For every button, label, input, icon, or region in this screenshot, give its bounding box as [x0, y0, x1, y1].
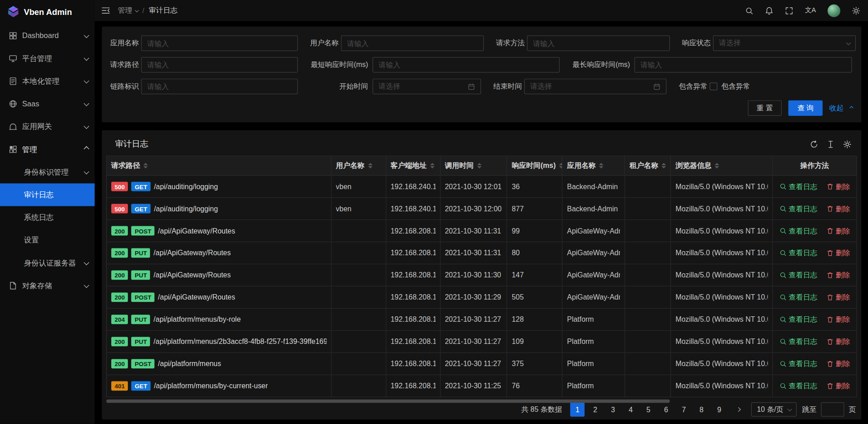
trash-icon	[826, 272, 834, 279]
column-settings-gear-icon[interactable]	[843, 140, 851, 148]
delete-button[interactable]: 删除	[826, 381, 850, 391]
avatar[interactable]	[828, 4, 840, 17]
topbar-actions: 文A	[745, 4, 860, 17]
delete-button[interactable]: 删除	[826, 181, 850, 191]
filter-date-start_time[interactable]: 请选择	[373, 79, 481, 94]
filter-select-http_status[interactable]: 请选择	[713, 35, 856, 51]
filter-date-end_time[interactable]: 请选择	[524, 79, 667, 94]
sidebar-item-settings[interactable]: 设置	[0, 229, 94, 252]
view-log-button[interactable]: 查看日志	[779, 292, 817, 302]
refresh-icon[interactable]	[810, 140, 818, 148]
sidebar-item-platform[interactable]: 平台管理	[0, 47, 94, 70]
column-header-3[interactable]: 客户端地址	[386, 156, 440, 176]
table-row: 500GET/api/auditing/loggingvben192.168.2…	[107, 198, 857, 220]
filter-input-http_method[interactable]	[527, 35, 670, 51]
table-row: 200POST/api/ApiGateway/Routes192.168.208…	[107, 220, 857, 242]
search-icon[interactable]	[745, 6, 753, 14]
row-height-icon[interactable]	[826, 140, 835, 148]
column-header-8[interactable]: 浏览器信息	[671, 156, 773, 176]
column-header-6[interactable]: 应用名称	[563, 156, 625, 176]
delete-label: 删除	[835, 337, 850, 347]
page-button-9[interactable]: 9	[712, 402, 726, 417]
sidebar-item-app-gateway[interactable]: 应用网关	[0, 115, 94, 138]
collapse-link[interactable]: 收起	[829, 103, 852, 113]
reset-button[interactable]: 重 置	[748, 100, 782, 116]
column-header-1[interactable]: 请求路径	[107, 156, 331, 176]
view-log-button[interactable]: 查看日志	[779, 337, 817, 347]
filter-input-field-http_method[interactable]	[533, 39, 664, 47]
delete-button[interactable]: 删除	[826, 270, 850, 280]
delete-button[interactable]: 删除	[826, 226, 850, 236]
delete-button[interactable]: 删除	[826, 337, 850, 347]
delete-button[interactable]: 删除	[826, 359, 850, 369]
sidebar-item-dashboard[interactable]: Dashboard	[0, 24, 94, 47]
sidebar-item-admin[interactable]: 管理	[0, 138, 94, 161]
view-log-button[interactable]: 查看日志	[779, 381, 817, 391]
page-button-2[interactable]: 2	[588, 402, 603, 417]
view-log-button[interactable]: 查看日志	[779, 204, 817, 214]
sidebar-item-object-storage[interactable]: 对象存储	[0, 274, 94, 297]
page-button-6[interactable]: 6	[659, 402, 674, 417]
sidebar-item-localization[interactable]: 本地化管理	[0, 70, 94, 92]
page-button-5[interactable]: 5	[641, 402, 656, 417]
filter-input-min_time[interactable]	[373, 57, 560, 72]
settings-gear-icon[interactable]	[852, 6, 860, 14]
filter-input-user_name[interactable]	[341, 35, 484, 51]
fullscreen-icon[interactable]	[785, 6, 793, 14]
page-button-3[interactable]: 3	[606, 402, 620, 417]
sidebar-item-auth-server[interactable]: 身份认证服务器	[0, 252, 94, 274]
filter-input-field-app_name[interactable]	[147, 39, 292, 47]
delete-button[interactable]: 删除	[826, 314, 850, 324]
view-log-button[interactable]: 查看日志	[779, 359, 817, 369]
sidebar-item-saas[interactable]: Saas	[0, 92, 94, 115]
next-page-button[interactable]	[732, 402, 745, 417]
column-header-7[interactable]: 租户名称	[625, 156, 671, 176]
logo[interactable]: Vben Admin	[0, 0, 94, 23]
chevron-down-icon	[84, 124, 89, 129]
menu-fold-icon[interactable]	[101, 6, 110, 15]
method-tag: POST	[132, 226, 155, 236]
main-area: 管理 / 审计日志 文A 应用名称用户名称请求方法响应状态请选择请求路径最短响应…	[94, 0, 868, 424]
filter-input-trace_id[interactable]	[141, 79, 298, 94]
filter-input-field-request_path[interactable]	[147, 61, 292, 69]
doc-icon	[9, 77, 17, 85]
delete-button[interactable]: 删除	[826, 248, 850, 258]
filter-input-max_time[interactable]	[634, 57, 852, 72]
filter-input-field-trace_id[interactable]	[147, 82, 292, 91]
view-log-button[interactable]: 查看日志	[779, 248, 817, 258]
column-header-4[interactable]: 调用时间	[440, 156, 507, 176]
request-path-cell: 500GET/api/auditing/logging	[107, 198, 331, 220]
view-log-button[interactable]: 查看日志	[779, 270, 817, 280]
column-header-5[interactable]: 响应时间(ms)	[507, 156, 562, 176]
notification-bell-icon[interactable]	[765, 6, 773, 14]
trash-icon	[826, 294, 834, 301]
view-log-button[interactable]: 查看日志	[779, 314, 817, 324]
table-cell: Mozilla/5.0 (Windows NT 10.0; Win	[671, 242, 773, 264]
search-button[interactable]: 查 询	[788, 100, 822, 116]
page-button-4[interactable]: 4	[623, 402, 638, 417]
breadcrumb-root[interactable]: 管理	[118, 5, 138, 15]
sidebar-item-audit-logs[interactable]: 审计日志	[0, 183, 94, 206]
delete-button[interactable]: 删除	[826, 204, 850, 214]
column-header-2[interactable]: 用户名称	[331, 156, 386, 176]
page-button-1[interactable]: 1	[571, 402, 585, 417]
sidebar-item-identity[interactable]: 身份标识管理	[0, 161, 94, 183]
sidebar-item-system-logs[interactable]: 系统日志	[0, 206, 94, 229]
exception-checkbox[interactable]: 包含异常	[710, 81, 750, 91]
filter-input-app_name[interactable]	[141, 35, 298, 51]
page-size-select[interactable]: 10 条/页	[751, 402, 797, 417]
view-log-button[interactable]: 查看日志	[779, 226, 817, 236]
jump-page-input[interactable]	[821, 402, 844, 417]
delete-button[interactable]: 删除	[826, 292, 850, 302]
scrollbar-thumb[interactable]	[106, 400, 670, 403]
filter-input-field-min_time[interactable]	[379, 61, 554, 69]
filter-input-field-max_time[interactable]	[641, 61, 846, 69]
filter-input-request_path[interactable]	[141, 57, 298, 72]
view-log-button[interactable]: 查看日志	[779, 181, 817, 191]
filter-input-field-user_name[interactable]	[347, 39, 478, 47]
request-path-text: /api/ApiGateway/Routes	[158, 227, 235, 235]
card-title: 审计日志	[115, 139, 148, 149]
page-button-7[interactable]: 7	[677, 402, 691, 417]
page-button-8[interactable]: 8	[694, 402, 709, 417]
language-icon[interactable]: 文A	[805, 6, 816, 14]
